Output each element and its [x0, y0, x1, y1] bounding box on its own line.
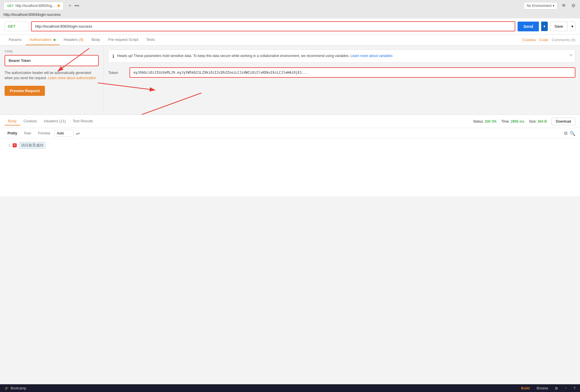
- type-label: TYPE: [5, 50, 99, 53]
- request-bar: GET POST PUT DELETE Send ▾ Save ▾: [0, 18, 580, 35]
- tab-pre-request-script[interactable]: Pre-request Script: [104, 35, 142, 45]
- response-line-1: 1 ✕ 访问首页成功: [5, 141, 575, 150]
- comments-link[interactable]: Comments (0): [552, 38, 575, 42]
- main-panels: TYPE Bearer Token No Auth API Key Basic …: [0, 45, 580, 115]
- response-section: Body Cookies Headers (11) Test Results S…: [0, 115, 580, 196]
- tab-body[interactable]: Body: [87, 35, 104, 45]
- tabs-right: Cookies Code Comments (0): [522, 38, 575, 42]
- tab-url: http://localhost:8083/login-succe: [16, 4, 56, 8]
- send-button[interactable]: Send: [518, 22, 539, 31]
- tab-bar: GET http://localhost:8083/login-succe ＋ …: [0, 0, 580, 11]
- tab-dot: [58, 5, 60, 7]
- line-number: 1: [5, 143, 10, 147]
- response-body-area: 1 ✕ 访问首页成功: [0, 139, 580, 196]
- send-dropdown-button[interactable]: ▾: [541, 22, 548, 31]
- wrap-icon[interactable]: ⇌: [76, 131, 80, 136]
- alert-close-icon[interactable]: ×: [570, 53, 572, 58]
- response-header: Body Cookies Headers (11) Test Results S…: [0, 115, 580, 128]
- url-input[interactable]: [31, 21, 515, 31]
- eye-icon-btn[interactable]: 👁: [560, 2, 567, 9]
- body-tab-pretty[interactable]: Pretty: [5, 130, 20, 137]
- body-tab-raw[interactable]: Raw: [21, 130, 34, 137]
- request-tabs: Params Authorization Headers (9) Body Pr…: [0, 35, 580, 45]
- collapse-x: ✕: [14, 144, 16, 147]
- alert-text: Heads up! These parameters hold sensitiv…: [117, 53, 392, 59]
- auth-left-panel: TYPE Bearer Token No Auth API Key Basic …: [0, 45, 104, 115]
- browser-tab[interactable]: GET http://localhost:8083/login-succe: [3, 2, 64, 9]
- auth-type-select[interactable]: Bearer Token No Auth API Key Basic Auth …: [5, 56, 98, 66]
- body-tab-preview[interactable]: Preview: [35, 130, 53, 137]
- method-select[interactable]: GET POST PUT DELETE: [5, 22, 29, 31]
- environment-dropdown[interactable]: No Environment ▾: [524, 2, 558, 9]
- response-content: 访问首页成功: [19, 142, 45, 149]
- collapse-icon[interactable]: ✕: [13, 143, 17, 147]
- token-input[interactable]: [129, 67, 575, 78]
- time-label: Time: 2856 ms: [501, 119, 524, 123]
- size-label: Size: 364 B: [529, 119, 547, 123]
- response-tab-cookies[interactable]: Cookies: [20, 117, 41, 125]
- alert-message: Heads up! These parameters hold sensitiv…: [117, 54, 350, 58]
- status-label: Status: 200 OK: [473, 119, 497, 123]
- tab-authorization[interactable]: Authorization: [26, 35, 60, 45]
- code-link[interactable]: Code: [539, 38, 548, 42]
- response-status-bar: Status: 200 OK Time: 2856 ms Size: 364 B…: [473, 118, 575, 125]
- auth-active-dot: [54, 39, 56, 41]
- time-value: 2856 ms: [511, 119, 524, 123]
- browser-chrome: GET http://localhost:8083/login-succe ＋ …: [0, 0, 580, 18]
- download-button[interactable]: Download: [552, 118, 575, 125]
- token-row: Token: [108, 67, 575, 78]
- tab-params[interactable]: Params: [5, 35, 26, 45]
- auto-note: The authorization header will be automat…: [5, 70, 99, 81]
- learn-variables-link[interactable]: Learn more about variables: [350, 54, 392, 58]
- response-tab-test-results[interactable]: Test Results: [69, 117, 96, 125]
- cookies-link[interactable]: Cookies: [522, 38, 536, 42]
- body-actions: ⧉ 🔍: [564, 131, 575, 136]
- tabs-left: Params Authorization Headers (9) Body Pr…: [5, 35, 159, 45]
- body-view-toolbar: Pretty Raw Preview Auto JSON HTML XML Te…: [0, 128, 580, 139]
- status-value: 200 OK: [485, 119, 497, 123]
- browser-toolbar: http://localhost:8083/login-success: [0, 11, 580, 18]
- search-icon[interactable]: 🔍: [570, 131, 575, 136]
- browser-url-bar: http://localhost:8083/login-success: [3, 12, 61, 17]
- tab-tests[interactable]: Tests: [142, 35, 159, 45]
- gear-icon-btn[interactable]: ⚙: [570, 2, 577, 9]
- tab-method: GET: [7, 4, 14, 7]
- save-dropdown-button[interactable]: ▾: [570, 22, 575, 31]
- alert-box: ℹ Heads up! These parameters hold sensit…: [108, 50, 575, 63]
- response-tab-headers[interactable]: Headers (11): [41, 117, 69, 125]
- response-tabs: Body Cookies Headers (11) Test Results: [5, 117, 96, 125]
- format-select[interactable]: Auto JSON HTML XML Text: [54, 130, 74, 137]
- token-label: Token: [108, 71, 125, 75]
- new-tab-icon[interactable]: ＋: [68, 3, 72, 9]
- more-tabs-icon[interactable]: •••: [75, 3, 79, 8]
- chevron-down-icon: ▾: [553, 4, 554, 8]
- top-right-bar: No Environment ▾ 👁 ⚙: [524, 2, 577, 9]
- type-select-wrapper: Bearer Token No Auth API Key Basic Auth …: [5, 55, 99, 66]
- size-value: 364 B: [538, 119, 547, 123]
- auth-right-panel: ℹ Heads up! These parameters hold sensit…: [104, 45, 580, 115]
- tab-headers[interactable]: Headers (9): [60, 35, 87, 45]
- save-button[interactable]: Save: [550, 22, 567, 31]
- copy-icon[interactable]: ⧉: [564, 131, 567, 136]
- env-label: No Environment: [527, 4, 552, 8]
- alert-icon: ℹ: [112, 54, 114, 59]
- learn-more-link[interactable]: Learn more about authorization: [48, 76, 96, 80]
- tab-actions: ＋ •••: [68, 3, 79, 9]
- response-tab-body[interactable]: Body: [5, 117, 20, 125]
- preview-request-button[interactable]: Preview Request: [5, 86, 45, 96]
